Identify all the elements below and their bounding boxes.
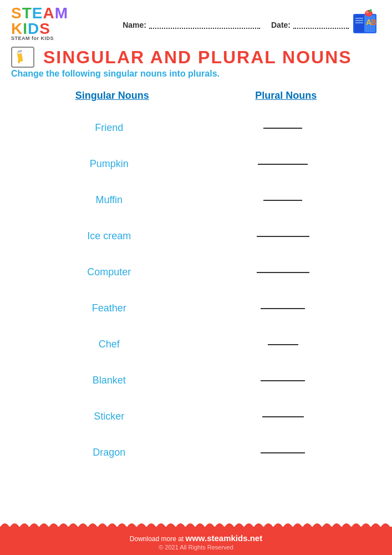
logo-m: M [55,4,68,22]
table-row: Ice cream [22,218,370,254]
logo-d: D [28,20,39,37]
singular-word: Dragon [22,447,196,458]
date-line [293,21,349,29]
name-field: Name: [123,21,260,29]
answer-line[interactable] [262,416,304,417]
plural-blank [196,164,370,165]
footer-copyright: © 2021 All Rights Reserved [11,544,381,551]
name-line [149,21,260,29]
date-field: Date: [271,21,349,29]
table-row: Feather [22,290,370,326]
logo-s: S [11,4,22,22]
plural-blank [196,272,370,273]
download-text: Download more at [130,535,186,543]
table-row: Computer [22,254,370,290]
table-row: Chef [22,326,370,362]
footer: Download more at www.steamkids.net © 202… [0,527,392,555]
answer-line[interactable] [257,272,309,273]
table-row: Friend [22,110,370,146]
answer-line[interactable] [261,308,305,309]
logo-sub: STEAM for KIDS [11,36,54,41]
table-row: Blanket [22,362,370,398]
pencil-icon [15,49,30,65]
subtitle: Change the following singular nouns into… [0,69,392,84]
logo-k: K [11,20,23,37]
answer-line[interactable] [261,380,305,381]
logo-t: T [22,4,32,22]
answer-line[interactable] [258,164,308,165]
table-row: Dragon [22,435,370,471]
singular-word: Ice cream [22,230,196,242]
logo-i: I [23,20,28,37]
logo: STEAM KIDS STEAM for KIDS [11,6,111,41]
header-right: A B [349,7,381,39]
singular-word: Sticker [22,411,196,422]
svg-rect-1 [354,15,364,32]
title-section: SINGULAR AND PLURAL NOUNS [0,44,392,69]
main-title: SINGULAR AND PLURAL NOUNS [43,47,352,68]
table-row: Sticker [22,398,370,435]
singular-word: Muffin [22,194,196,206]
footer-text: Download more at www.steamkids.net [11,533,381,543]
singular-word: Friend [22,122,196,134]
noun-rows: Friend Pumpkin Muffin Ice cream Computer [22,110,370,471]
logo-a: A [43,4,54,22]
plural-blank [196,236,370,237]
table-row: Pumpkin [22,146,370,182]
answer-line[interactable] [257,236,309,237]
plural-blank [196,200,370,201]
svg-line-11 [369,10,369,12]
name-date-section: Name: Date: [123,18,349,29]
singular-word: Feather [22,302,196,314]
singular-word: Blanket [22,375,196,386]
scallop-border [0,519,392,527]
plural-blank [196,380,370,381]
columns-header: Singular Nouns Plural Nouns [22,84,370,110]
name-label: Name: [123,21,146,29]
content: Singular Nouns Plural Nouns Friend Pumpk… [0,84,392,527]
date-label: Date: [271,21,291,29]
table-row: Muffin [22,182,370,218]
plural-blank [196,344,370,345]
plural-blank [196,128,370,129]
logo-text: STEAM KIDS [11,6,111,37]
pencil-icon-wrap [11,47,34,68]
answer-line[interactable] [263,128,302,129]
singular-word: Chef [22,339,196,350]
page-wrapper: STEAM KIDS STEAM for KIDS Name: Date: [0,0,392,555]
header-left: STEAM KIDS STEAM for KIDS [11,6,111,41]
plural-header: Plural Nouns [255,90,317,102]
answer-line[interactable] [263,200,302,201]
singular-word: Computer [22,266,196,278]
book-icon: A B [349,7,381,39]
singular-header: Singular Nouns [75,90,149,102]
svg-text:B: B [371,18,376,27]
logo-ss: S [39,20,50,37]
plural-blank [196,416,370,417]
plural-blank [196,452,370,453]
answer-line[interactable] [268,344,298,345]
singular-word: Pumpkin [22,158,196,170]
plural-blank [196,308,370,309]
answer-line[interactable] [261,452,305,453]
footer-url: www.steamkids.net [186,533,263,543]
svg-point-9 [365,11,369,14]
logo-e: E [32,4,43,22]
header: STEAM KIDS STEAM for KIDS Name: Date: [0,0,392,44]
